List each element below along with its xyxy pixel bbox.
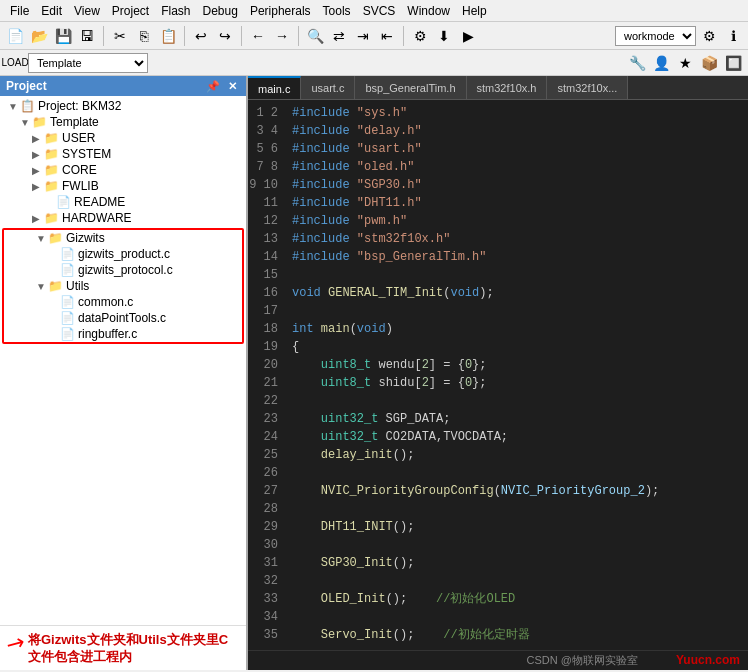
tree-utils[interactable]: ▼ 📁 Utils [4, 278, 242, 294]
tree-template[interactable]: ▼ 📁 Template [0, 114, 246, 130]
folder-hardware-icon: 📁 [44, 211, 59, 225]
indent-btn[interactable]: ⇥ [352, 25, 374, 47]
annotation-text: 将Gizwits文件夹和Utils文件夹里C文件包含进工程内 [28, 632, 240, 666]
tree-gizwits-product[interactable]: 📄 gizwits_product.c [4, 246, 242, 262]
tab-label-stm32f10x-h: stm32f10x.h [477, 82, 537, 94]
star-btn[interactable]: ★ [674, 52, 696, 74]
code-content[interactable]: #include "sys.h" #include "delay.h" #inc… [284, 100, 748, 650]
tree-hardware[interactable]: ▶ 📁 HARDWARE [0, 210, 246, 226]
file-ringbuffer-icon: 📄 [60, 327, 75, 341]
tree-common[interactable]: 📄 common.c [4, 294, 242, 310]
tree-readme[interactable]: ▶ 📄 README [0, 194, 246, 210]
tree-ringbuffer[interactable]: 📄 ringbuffer.c [4, 326, 242, 342]
open-btn[interactable]: 📂 [28, 25, 50, 47]
annotation-area: ↗ 将Gizwits文件夹和Utils文件夹里C文件包含进工程内 [0, 625, 246, 670]
undo-btn[interactable]: ↩ [190, 25, 212, 47]
code-container: 1 2 3 4 5 6 7 8 9 10 11 12 13 14 15 16 1… [248, 100, 748, 650]
tree-core[interactable]: ▶ 📁 CORE [0, 162, 246, 178]
tree-gizwits[interactable]: ▼ 📁 Gizwits [4, 230, 242, 246]
editor-area: main.c usart.c bsp_GeneralTim.h stm32f10… [248, 76, 748, 670]
pin-btn[interactable]: 📌 [203, 80, 223, 93]
tree-label-utils: Utils [66, 279, 89, 293]
tree-label-root: Project: BKM32 [38, 99, 121, 113]
menu-window[interactable]: Window [401, 2, 456, 20]
line-numbers: 1 2 3 4 5 6 7 8 9 10 11 12 13 14 15 16 1… [248, 100, 284, 650]
folder-fwlib-icon: 📁 [44, 179, 59, 193]
arrow-template: ▼ [20, 117, 32, 128]
tab-usart-c[interactable]: usart.c [301, 76, 355, 99]
search-btn[interactable]: 🔍 [304, 25, 326, 47]
outdent-btn[interactable]: ⇤ [376, 25, 398, 47]
arrow-gizwits: ▼ [36, 233, 48, 244]
menu-debug[interactable]: Debug [197, 2, 244, 20]
template-select[interactable]: Template [28, 53, 148, 73]
fwd-btn[interactable]: → [271, 25, 293, 47]
build-btn[interactable]: ⚙ [409, 25, 431, 47]
tree-label-core: CORE [62, 163, 97, 177]
tab-stm32f10x-h[interactable]: stm32f10x.h [467, 76, 548, 99]
workmode-select[interactable]: workmode [615, 26, 696, 46]
person-btn[interactable]: 👤 [650, 52, 672, 74]
arrow-system: ▶ [32, 149, 44, 160]
file-gizwits-protocol-icon: 📄 [60, 263, 75, 277]
menu-peripherals[interactable]: Peripherals [244, 2, 317, 20]
tab-bsp-general[interactable]: bsp_GeneralTim.h [355, 76, 466, 99]
tree-label-hardware: HARDWARE [62, 211, 132, 225]
tree-label-template: Template [50, 115, 99, 129]
file-datapointtools-icon: 📄 [60, 311, 75, 325]
menu-help[interactable]: Help [456, 2, 493, 20]
tree-gizwits-protocol[interactable]: 📄 gizwits_protocol.c [4, 262, 242, 278]
sep1 [103, 26, 104, 46]
close-panel-btn[interactable]: ✕ [225, 80, 240, 93]
tree-user[interactable]: ▶ 📁 USER [0, 130, 246, 146]
settings-btn[interactable]: 🔧 [626, 52, 648, 74]
cut-btn[interactable]: ✂ [109, 25, 131, 47]
folder-core-icon: 📁 [44, 163, 59, 177]
menu-view[interactable]: View [68, 2, 106, 20]
file-gizwits-product-icon: 📄 [60, 247, 75, 261]
tree-datapointtools[interactable]: 📄 dataPointTools.c [4, 310, 242, 326]
menu-svcs[interactable]: SVCS [357, 2, 402, 20]
info-btn[interactable]: ℹ [722, 25, 744, 47]
tree-label-user: USER [62, 131, 95, 145]
new-btn[interactable]: 📄 [4, 25, 26, 47]
menu-edit[interactable]: Edit [35, 2, 68, 20]
chip-btn[interactable]: 🔲 [722, 52, 744, 74]
menu-project[interactable]: Project [106, 2, 155, 20]
tab-stm32f10x-2[interactable]: stm32f10x... [547, 76, 628, 99]
redo-btn[interactable]: ↪ [214, 25, 236, 47]
menu-file[interactable]: File [4, 2, 35, 20]
sep2 [184, 26, 185, 46]
file-readme-icon: 📄 [56, 195, 71, 209]
project-header-buttons: 📌 ✕ [203, 80, 240, 93]
main-layout: Project 📌 ✕ ▼ 📋 Project: BKM32 ▼ 📁 Templ… [0, 76, 748, 670]
tree-system[interactable]: ▶ 📁 SYSTEM [0, 146, 246, 162]
menu-flash[interactable]: Flash [155, 2, 196, 20]
flash-btn[interactable]: ⬇ [433, 25, 455, 47]
paste-btn[interactable]: 📋 [157, 25, 179, 47]
project-panel-header: Project 📌 ✕ [0, 76, 246, 96]
copy-btn[interactable]: ⎘ [133, 25, 155, 47]
save-all-btn[interactable]: 🖫 [76, 25, 98, 47]
project-panel: Project 📌 ✕ ▼ 📋 Project: BKM32 ▼ 📁 Templ… [0, 76, 248, 670]
editor-tabs: main.c usart.c bsp_GeneralTim.h stm32f10… [248, 76, 748, 100]
tab-label-bsp-general: bsp_GeneralTim.h [365, 82, 455, 94]
load-btn[interactable]: LOAD [4, 52, 26, 74]
back-btn[interactable]: ← [247, 25, 269, 47]
debug-btn[interactable]: ▶ [457, 25, 479, 47]
file-common-icon: 📄 [60, 295, 75, 309]
tree-label-common: common.c [78, 295, 133, 309]
tree-label-gizwits-product: gizwits_product.c [78, 247, 170, 261]
folder-system-icon: 📁 [44, 147, 59, 161]
tree-root[interactable]: ▼ 📋 Project: BKM32 [0, 98, 246, 114]
project-icon: 📋 [20, 99, 35, 113]
box-btn[interactable]: 📦 [698, 52, 720, 74]
save-btn[interactable]: 💾 [52, 25, 74, 47]
config-btn[interactable]: ⚙ [698, 25, 720, 47]
tab-main-c[interactable]: main.c [248, 76, 301, 99]
tree-fwlib[interactable]: ▶ 📁 FWLIB [0, 178, 246, 194]
menu-tools[interactable]: Tools [317, 2, 357, 20]
replace-btn[interactable]: ⇄ [328, 25, 350, 47]
arrow-core: ▶ [32, 165, 44, 176]
arrow-annotation-icon: ↗ [2, 629, 29, 657]
